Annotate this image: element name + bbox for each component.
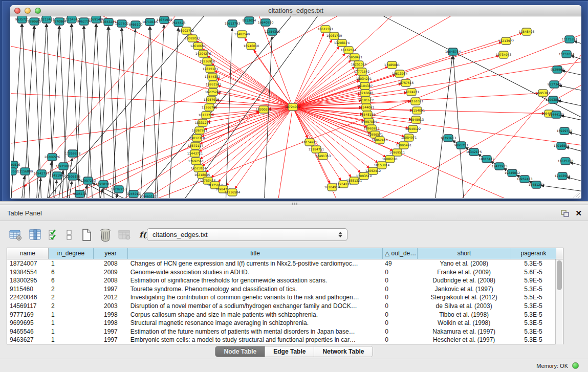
network-node[interactable]: 17692561	[188, 158, 204, 165]
table-row[interactable]: 2242004622012Investigating the contribut…	[7, 293, 556, 302]
table-row[interactable]: 1872400712008Changes of HCN gene express…	[7, 259, 556, 268]
delete-rows-icon[interactable]	[99, 227, 112, 243]
network-node[interactable]: 10969511	[389, 149, 405, 156]
network-node[interactable]: 16451291	[529, 181, 545, 188]
column-header-in_degree[interactable]: in_degree	[49, 248, 94, 259]
network-node[interactable]: 14523104	[191, 165, 207, 172]
network-view-canvas[interactable]: 9535721899060510213461787086411254340946…	[11, 16, 581, 198]
network-node[interactable]: 15054971	[401, 134, 417, 141]
network-node[interactable]: 12213977	[498, 37, 514, 45]
network-node[interactable]: 13216048	[358, 90, 374, 97]
network-node[interactable]: 16342175	[466, 148, 482, 156]
network-node[interactable]: 12471925	[492, 163, 508, 170]
network-node[interactable]: 18082032	[185, 35, 201, 42]
network-node[interactable]: 12254340	[265, 28, 280, 35]
network-node[interactable]: 18015412	[479, 156, 495, 163]
panel-splitter[interactable]	[0, 201, 588, 205]
network-node[interactable]: 18331271	[195, 119, 211, 126]
minimize-window-icon[interactable]	[25, 8, 31, 14]
deselect-all-icon[interactable]	[66, 227, 73, 243]
network-node[interactable]: 9535721	[15, 16, 29, 23]
table-row[interactable]: 977716911998Corpus callosum shape and si…	[7, 311, 556, 319]
network-node[interactable]: 16545913	[408, 116, 424, 123]
network-node[interactable]: 14204276	[195, 50, 211, 57]
network-node[interactable]: 8750516	[11, 161, 20, 168]
network-node[interactable]: 7615526	[172, 19, 186, 27]
table-row[interactable]: 1830029562008Estimation of significance …	[7, 276, 556, 285]
network-node[interactable]: 16275240	[205, 89, 221, 96]
network-node[interactable]: 12156809	[17, 168, 33, 175]
network-node[interactable]: 12505185	[65, 173, 81, 180]
network-node[interactable]: 11548408	[519, 28, 535, 35]
network-node[interactable]: 9529966	[551, 66, 564, 73]
network-node[interactable]: 9227349	[548, 81, 561, 88]
close-window-icon[interactable]	[14, 8, 20, 14]
network-node[interactable]: 18612391	[318, 26, 334, 33]
table-row[interactable]: 946362711997Embryonic stem cells: a mode…	[7, 336, 556, 344]
network-node[interactable]: 18034291	[356, 75, 372, 82]
network-node[interactable]: 13942737	[34, 170, 50, 177]
network-node[interactable]: 17359928	[65, 150, 81, 157]
network-node[interactable]: 10975887	[56, 163, 72, 170]
table-settings-icon[interactable]	[9, 227, 23, 243]
tab-network-table[interactable]: Network Table	[314, 346, 372, 357]
network-node[interactable]: 18236916	[200, 58, 215, 65]
network-node[interactable]: 16782753	[111, 186, 127, 193]
network-node[interactable]: 13095491	[396, 142, 412, 149]
network-node[interactable]: 11675350	[558, 158, 574, 165]
float-panel-icon[interactable]	[561, 210, 569, 217]
network-node[interactable]: 16251024	[351, 61, 367, 68]
network-node[interactable]: 15672114	[188, 142, 204, 149]
tab-edge-table[interactable]: Edge Table	[265, 346, 314, 357]
network-node[interactable]: 1595383	[536, 90, 550, 97]
network-node[interactable]: 19613984	[392, 70, 408, 77]
network-node[interactable]: 16640910	[258, 19, 274, 26]
network-node[interactable]: 16104914	[324, 184, 340, 191]
network-node[interactable]: 19012318	[189, 135, 205, 142]
network-node[interactable]: 11451941	[50, 172, 66, 179]
column-header-out_degree[interactable]: △ out_de…	[383, 248, 418, 259]
network-node[interactable]: 15184751	[309, 146, 324, 153]
network-node[interactable]: 17016504	[554, 142, 570, 149]
network-node[interactable]: 19154913	[302, 139, 318, 146]
network-node[interactable]: 15751074	[559, 51, 575, 58]
column-header-title[interactable]: title	[128, 248, 383, 259]
network-node[interactable]: 18549122	[405, 125, 421, 133]
network-node[interactable]: 16162514	[341, 47, 357, 54]
network-node[interactable]: 11544091	[359, 104, 375, 111]
zoom-window-icon[interactable]	[35, 8, 41, 14]
network-node[interactable]: 10719185	[142, 18, 158, 26]
network-node[interactable]: 11175391	[562, 36, 578, 43]
network-node[interactable]: 12093852	[546, 96, 561, 103]
network-node[interactable]: 18548159	[360, 111, 376, 118]
network-node[interactable]: 17236584	[225, 189, 241, 196]
network-node[interactable]: 8813054	[243, 17, 256, 24]
network-node[interactable]: 10733711	[199, 112, 214, 119]
select-column-icon[interactable]	[29, 227, 42, 243]
table-row[interactable]: 946554611997Estimation of the future num…	[7, 327, 556, 336]
scrollbar-thumb[interactable]	[557, 260, 562, 290]
network-node[interactable]: 12366741	[202, 104, 217, 111]
network-node[interactable]: 16958107	[96, 181, 112, 188]
network-node[interactable]: 19734943	[496, 51, 512, 58]
network-node[interactable]: 12161021	[408, 98, 424, 105]
select-all-icon[interactable]	[48, 227, 59, 243]
close-panel-icon[interactable]: ✕	[575, 209, 582, 217]
column-header-year[interactable]: year	[94, 248, 128, 259]
network-node[interactable]: 16902712	[179, 27, 194, 34]
network-node[interactable]: 10653287	[101, 18, 117, 26]
network-node[interactable]: 12103504	[555, 172, 571, 180]
network-node[interactable]: 18791613	[441, 135, 456, 142]
column-header-name[interactable]: name	[7, 248, 49, 259]
network-node[interactable]: 9245012	[127, 190, 141, 198]
column-header-pagerank[interactable]: pagerank	[511, 248, 556, 259]
network-node[interactable]: 12482549	[234, 31, 250, 38]
network-node[interactable]: 6466100	[129, 21, 143, 28]
network-window-titlebar[interactable]: citations_edges.txt	[10, 5, 581, 16]
tab-node-table[interactable]: Node Table	[215, 346, 265, 357]
network-node[interactable]: 12610651	[190, 42, 206, 50]
network-node[interactable]: 14957084	[361, 118, 377, 125]
network-node[interactable]: 17771542	[354, 68, 370, 75]
network-node[interactable]: 17544382	[205, 73, 221, 80]
network-node[interactable]: 16104387	[357, 82, 373, 90]
